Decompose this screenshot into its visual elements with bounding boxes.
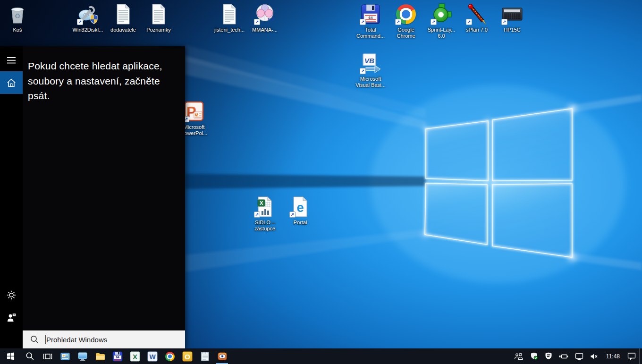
desktop-icon-portal[interactable]: e ↗ Portal — [282, 195, 318, 226]
eye-app-icon — [217, 351, 228, 362]
sidebar-item-home[interactable] — [0, 71, 23, 94]
desktop-icon-recycle-bin[interactable]: ♻ Koš — [0, 3, 35, 33]
show-desktop-button[interactable] — [639, 348, 642, 364]
search-icon — [30, 335, 39, 344]
people-icon — [514, 353, 524, 360]
excel-document-icon: X ↗ — [253, 195, 276, 218]
desktop-icon-splan[interactable]: ↗ sPlan 7.0 — [459, 3, 495, 33]
svg-text:64: 64 — [116, 355, 119, 358]
taskbar-search-button[interactable] — [21, 348, 39, 364]
volume-muted-icon — [590, 353, 599, 360]
icon-label: MicrosoftVisual Basi... — [355, 76, 385, 88]
home-icon — [6, 78, 17, 87]
taskbar-app-excel[interactable]: X — [126, 348, 144, 364]
splan-pencil-icon: ↗ — [465, 3, 488, 25]
shortcut-arrow: ↗ — [360, 68, 366, 74]
shortcut-arrow: ↗ — [360, 19, 366, 25]
svg-text:O: O — [185, 352, 190, 360]
search-icon — [25, 352, 34, 361]
desktop-icon-total-commander[interactable]: 64 ↗ TotalCommand... — [353, 3, 389, 39]
icon-label: HP15C — [504, 27, 520, 33]
shortcut-arrow: ↗ — [466, 19, 472, 25]
outlook-icon: O — [182, 351, 193, 362]
taskbar-app-chrome[interactable] — [161, 348, 178, 364]
taskbar: 64 X W O — [0, 348, 642, 364]
desktop-icon-dodavatele[interactable]: dodavatele — [105, 3, 141, 33]
taskbar-app-total-commander[interactable]: 64 — [109, 348, 126, 364]
taskbar-app-this-pc[interactable] — [74, 348, 91, 364]
shortcut-arrow: ↗ — [501, 19, 507, 25]
chrome-icon: ↗ — [395, 3, 417, 25]
desktop-icon-mmana[interactable]: v.3 ↗ MMANA-... — [247, 3, 283, 33]
hamburger-menu-button[interactable] — [0, 49, 23, 72]
shortcut-arrow: ↗ — [289, 212, 296, 218]
icon-label: MMANA-... — [252, 27, 278, 33]
icon-label: Poznamky — [146, 27, 170, 33]
search-box[interactable] — [23, 330, 185, 348]
edge-document-icon: e ↗ — [289, 195, 312, 218]
task-view-button[interactable] — [39, 348, 56, 364]
taskbar-app-word[interactable]: W — [144, 348, 161, 364]
icon-label: jisteni_tech... — [214, 27, 245, 33]
tray-volume-button[interactable] — [587, 348, 602, 364]
svg-text:64: 64 — [369, 16, 373, 20]
desktop-icon-jisteni-tech[interactable]: jisteni_tech... — [211, 3, 247, 33]
sidebar-item-feedback[interactable] — [0, 306, 23, 329]
battery-charging-icon — [559, 353, 568, 360]
text-document-icon — [112, 3, 135, 25]
action-center-button[interactable] — [624, 348, 639, 364]
desktop-icon-hp15c[interactable]: ↗ HP15C — [494, 3, 530, 33]
taskbar-app-mail[interactable] — [56, 348, 74, 364]
search-input[interactable] — [46, 336, 185, 344]
tray-network-button[interactable] — [572, 348, 587, 364]
file-explorer-icon — [94, 351, 106, 362]
taskbar-app-notepad[interactable] — [196, 348, 213, 364]
desktop-icon-google-chrome[interactable]: ↗ GoogleChrome — [388, 3, 424, 39]
tray-battery-button[interactable] — [556, 348, 572, 364]
icon-label: Portal — [294, 220, 307, 226]
defender-shield-icon — [530, 352, 538, 360]
notepad-icon — [199, 351, 211, 362]
shortcut-arrow: ↗ — [395, 19, 401, 25]
svg-text:X: X — [260, 200, 263, 206]
windows-logo-icon — [6, 352, 15, 361]
win32diskimager-icon: ↗ — [76, 3, 99, 25]
this-pc-icon — [77, 351, 88, 362]
total-commander-icon: 64 — [112, 351, 123, 362]
hp15c-calculator-icon: ↗ — [501, 3, 524, 25]
icon-label: dodavatele — [110, 27, 136, 33]
svg-text:W: W — [149, 353, 156, 360]
desktop-icon-visual-basic[interactable]: VB ↗ MicrosoftVisual Basi... — [353, 52, 389, 88]
sidebar-item-settings[interactable] — [0, 284, 23, 306]
icon-label: TotalCommand... — [356, 27, 385, 39]
icon-label: Koš — [13, 27, 22, 33]
icon-label: Sprint-Lay...6.0 — [428, 27, 456, 39]
chrome-icon — [165, 352, 175, 361]
desktop-icon-win32diskimager[interactable]: ↗ Win32DiskI... — [70, 3, 106, 33]
system-tray: 11:48 — [511, 348, 642, 364]
taskbar-app-outlook[interactable]: O — [178, 348, 196, 364]
tray-defender-button[interactable] — [527, 348, 541, 364]
visual-basic-icon: VB ↗ — [359, 52, 382, 75]
tray-people-button[interactable] — [511, 348, 527, 364]
desktop-icon-sprint-layout[interactable]: ↗ Sprint-Lay...6.0 — [423, 3, 459, 39]
icon-label: sPlan 7.0 — [466, 27, 488, 33]
icon-label: GoogleChrome — [397, 27, 415, 39]
action-center-icon — [627, 352, 636, 360]
tray-clock[interactable]: 11:48 — [602, 353, 624, 360]
desktop-icon-poznamky[interactable]: Poznamky — [141, 3, 177, 33]
shortcut-arrow: ↗ — [254, 212, 260, 218]
hamburger-icon — [7, 57, 16, 64]
word-icon: W — [147, 351, 158, 362]
search-panel-sidebar — [0, 46, 23, 348]
taskbar-app-file-explorer[interactable] — [91, 348, 109, 364]
start-button[interactable] — [0, 348, 21, 364]
network-ethernet-icon — [575, 353, 583, 360]
feedback-person-icon — [6, 313, 17, 323]
tray-security-app-button[interactable] — [541, 348, 556, 364]
desktop-icon-sidlo-excel[interactable]: X ↗ SIDLO –zástupce — [247, 195, 283, 232]
taskbar-app-photo-viewer-running[interactable] — [213, 348, 231, 364]
mail-app-icon — [59, 351, 71, 362]
svg-text:v.3: v.3 — [268, 16, 274, 22]
f-secure-shield-icon — [545, 352, 552, 360]
